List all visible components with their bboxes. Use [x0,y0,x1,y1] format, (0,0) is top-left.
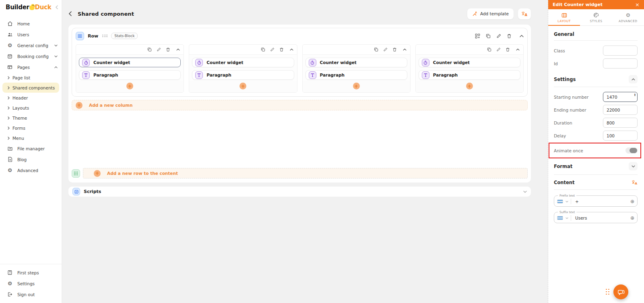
counter-widget-item[interactable]: Counter widget [79,58,181,67]
language-flag-icon [557,199,563,203]
paragraph-item[interactable]: Paragraph [192,70,294,80]
edit-pencil-icon[interactable] [383,47,388,52]
duplicate-icon[interactable] [147,47,152,52]
add-row-button[interactable]: + Add a new row to the content [83,168,528,178]
counter-widget-item[interactable]: Counter widget [192,58,294,67]
chat-support-button[interactable] [613,284,628,299]
users-icon [7,31,13,37]
duck-icon [29,4,35,10]
duration-input[interactable] [603,118,638,128]
counter-icon [195,59,203,66]
sidebar-item-theme[interactable]: Theme [2,113,59,123]
sidebar-item-booking-config[interactable]: Booking config [0,51,62,62]
animate-once-toggle[interactable] [625,147,638,154]
add-widget-button[interactable]: + [239,83,246,89]
sidebar-collapse-icon[interactable] [55,5,58,9]
expand-format-button[interactable] [629,162,638,170]
sidebar-item-blog[interactable]: Blog [0,154,62,165]
add-widget-button[interactable]: + [466,83,473,89]
translate-button[interactable]: A [518,8,531,19]
class-input[interactable] [603,46,638,56]
collapse-column-icon[interactable] [176,48,180,51]
tab-advanced[interactable]: ⚙ ADVANCED [612,9,644,26]
sidebar-item-advanced[interactable]: ⚙ Advanced [0,165,62,176]
sidebar-item-shared-components[interactable]: Shared components [2,83,59,93]
paragraph-item[interactable]: Paragraph [79,70,181,80]
sidebar-item-first-steps[interactable]: First steps [0,267,62,278]
delete-trash-icon[interactable] [506,47,510,52]
duplicate-icon[interactable] [487,47,491,52]
collapse-column-icon[interactable] [290,48,293,51]
add-widget-button[interactable]: + [126,83,133,89]
add-column-button[interactable]: + Add a new column [72,100,528,110]
collapse-row-icon[interactable] [520,35,524,37]
delete-trash-icon[interactable] [507,33,512,39]
chevron-down-icon[interactable] [566,217,568,219]
collapse-column-icon[interactable] [403,48,407,51]
magic-wand-icon [472,11,477,17]
sidebar-item-sign-out[interactable]: Sign out [0,289,62,300]
paragraph-item[interactable]: Paragraph [419,70,520,80]
row-block: Row Stats-Block [72,28,528,97]
sidebar-item-pages[interactable]: Pages [0,62,62,73]
number-stepper-icon[interactable]: ▴▾ [634,93,636,96]
delete-trash-icon[interactable] [279,47,284,52]
sidebar-item-forms[interactable]: Forms [2,123,59,133]
prefix-text-value[interactable]: + [574,199,628,204]
sidebar-item-header[interactable]: Header [2,93,59,103]
chevron-down-icon[interactable] [566,201,568,203]
content-section-title: Content [554,180,575,185]
starting-number-input[interactable] [603,92,638,102]
collapse-settings-button[interactable] [629,75,638,83]
add-widget-button[interactable]: + [353,83,360,89]
column-3: Counter widget Paragraph + [302,44,411,93]
delay-input[interactable] [603,131,638,141]
general-section-title: General [554,31,574,37]
chevron-right-icon [8,86,10,89]
tab-styles[interactable]: STYLES [580,9,612,26]
drag-handle-icon[interactable] [606,289,610,295]
sidebar-item-menu[interactable]: Menu [2,133,59,143]
sidebar-item-settings[interactable]: ⚙ Settings [0,278,62,289]
id-input[interactable] [603,58,638,68]
app-window: Builder Duck Home Users ⚙ General config [0,0,644,303]
drag-handle-icon[interactable] [102,34,107,37]
sidebar-item-general-config[interactable]: ⚙ General config [0,40,62,51]
circle-plus-icon[interactable]: ⊕ [630,215,634,221]
ending-number-input[interactable] [603,105,638,115]
sidebar-item-layouts[interactable]: Layouts [2,103,59,113]
translate-icon[interactable]: A [632,180,638,185]
circle-plus-icon[interactable]: ⊕ [630,199,634,204]
duplicate-icon[interactable] [261,47,265,52]
counter-widget-item[interactable]: Counter widget [305,58,407,67]
edit-pencil-icon[interactable] [157,47,161,52]
scripts-section[interactable]: Scripts [68,187,531,197]
edit-pencil-icon[interactable] [496,47,501,52]
counter-widget-item[interactable]: Counter widget [419,58,520,67]
save-as-block-icon[interactable] [475,33,480,39]
sidebar: Builder Duck Home Users ⚙ General config [0,0,62,303]
floating-actions [606,284,628,299]
paragraph-item[interactable]: Paragraph [305,70,407,80]
suffix-text-value[interactable]: Users [574,216,628,220]
chevron-right-icon [8,96,10,100]
sidebar-item-users[interactable]: Users [0,29,62,40]
sidebar-item-home[interactable]: Home [0,18,62,29]
collapse-column-icon[interactable] [516,48,520,51]
delete-trash-icon[interactable] [392,47,397,52]
edit-pencil-icon[interactable] [270,47,275,52]
sidebar-item-page-list[interactable]: Page list [2,73,59,83]
sidebar-item-file-manager[interactable]: File manager [0,143,62,154]
add-template-button[interactable]: Add template [467,8,514,19]
panel-resize-divider[interactable] [538,0,548,303]
translate-icon: A [521,11,528,17]
back-icon[interactable] [68,11,72,16]
chevron-down-icon[interactable] [523,191,527,193]
duplicate-icon[interactable] [486,33,491,39]
duplicate-icon[interactable] [374,47,378,52]
tab-layout[interactable]: LAYOUT [548,9,580,26]
edit-pencil-icon[interactable] [496,33,501,39]
delete-trash-icon[interactable] [166,47,170,52]
calendar-icon [7,53,13,59]
close-icon[interactable]: × [635,2,640,7]
